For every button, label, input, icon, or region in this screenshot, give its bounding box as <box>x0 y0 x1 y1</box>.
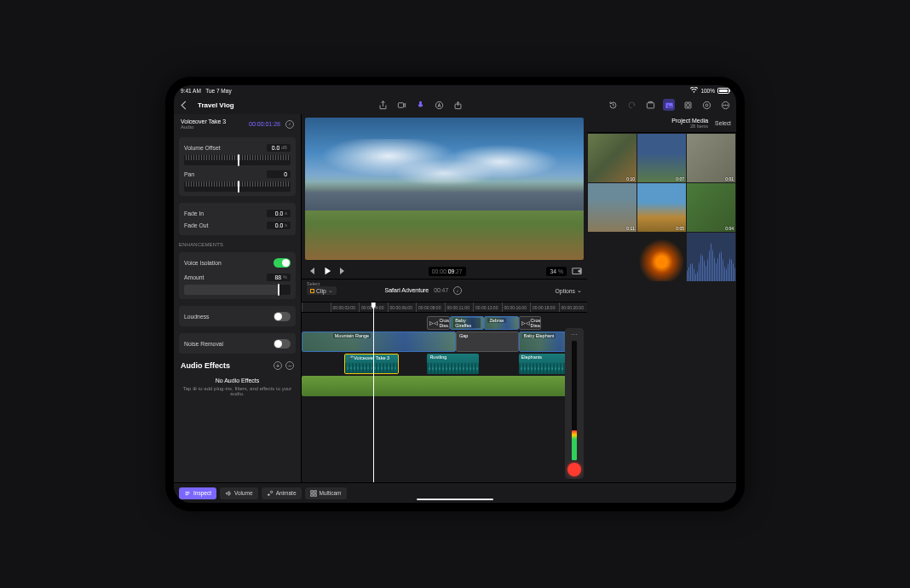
media-thumbnail[interactable]: 0:10 <box>588 134 636 182</box>
fade-out-field[interactable]: 0.0s <box>267 222 291 229</box>
svg-point-13 <box>725 105 726 106</box>
volume-section: Volume Offset 0.0 dB Pan 0 <box>179 137 296 196</box>
audio-effects-header: Audio Effects + − <box>174 357 301 374</box>
amount-slider[interactable] <box>184 285 291 295</box>
svg-point-2 <box>435 101 442 108</box>
volume-slider[interactable] <box>184 155 291 165</box>
media-thumbnail[interactable] <box>637 233 686 281</box>
volume-tab[interactable]: Volume <box>220 487 258 499</box>
redo-icon[interactable] <box>625 99 637 111</box>
noise-removal-section: Noise Removal <box>179 333 296 354</box>
media-thumbnail[interactable]: 0:04 <box>687 183 735 232</box>
record-panel: ⋯ <box>565 328 584 479</box>
no-effects-title: No Audio Effects <box>177 378 297 383</box>
timecode-display[interactable]: 00:00:09:27 <box>429 267 466 276</box>
media-thumbnail[interactable]: 0:11 <box>588 183 636 232</box>
loudness-toggle[interactable] <box>274 312 291 321</box>
zoom-field[interactable]: 34% <box>546 267 567 276</box>
share-icon[interactable] <box>377 99 389 111</box>
viewer <box>302 114 587 263</box>
remove-effect-button[interactable]: − <box>285 361 294 370</box>
record-button[interactable] <box>567 463 581 476</box>
track-voiceover[interactable]: 🎤Voiceover Take 3 Rustling Elephants <box>302 354 587 374</box>
screen: 9:41 AM Tue 7 May 100% Travel Vlog Voice… <box>174 85 736 503</box>
text-tool-icon[interactable] <box>433 99 445 111</box>
transition-clip[interactable]: ▷◁Cross Dissol… <box>519 316 542 330</box>
next-frame-button[interactable] <box>337 266 348 276</box>
viewer-options-icon[interactable] <box>572 266 582 276</box>
info-icon[interactable]: i <box>285 120 294 129</box>
transition-clip[interactable]: ▷◁Cross Diss… <box>427 316 450 330</box>
svg-rect-8 <box>686 103 688 106</box>
battery-pct: 100% <box>700 88 715 94</box>
audio-clip[interactable]: Rustling <box>427 354 478 374</box>
voiceover-icon[interactable] <box>414 99 426 111</box>
gap-clip[interactable]: Gap <box>456 331 519 352</box>
animate-tab[interactable]: Animate <box>262 487 302 499</box>
timeline[interactable]: 00:00:02:0000:00:04:0000:00:06:0000:00:0… <box>302 303 587 482</box>
volume-offset-label: Volume Offset <box>184 145 267 151</box>
media-thumbnail[interactable]: 0:01 <box>687 134 735 182</box>
fade-in-field[interactable]: 0.0s <box>267 210 291 217</box>
media-thumbnail[interactable]: 0:07 <box>637 134 686 182</box>
play-button[interactable] <box>322 266 332 276</box>
media-browser-icon[interactable] <box>663 99 675 111</box>
music-clip[interactable] <box>302 376 581 396</box>
track-music[interactable] <box>302 376 587 396</box>
clip-name: Voiceover Take 3 <box>181 118 226 124</box>
status-date: Tue 7 May <box>205 88 231 94</box>
voiceover-clip-selected[interactable]: 🎤Voiceover Take 3 <box>344 354 399 374</box>
timeline-ruler[interactable]: 00:00:02:0000:00:04:0000:00:06:0000:00:0… <box>302 303 587 313</box>
history-icon[interactable] <box>607 99 619 111</box>
video-clip[interactable]: Mountain Range <box>302 331 456 352</box>
content-library-icon[interactable] <box>682 99 694 111</box>
browser-title: Project Media <box>599 118 708 124</box>
amount-field[interactable]: 88% <box>267 274 291 281</box>
record-panel-more-icon[interactable]: ⋯ <box>571 331 578 338</box>
svg-rect-25 <box>310 490 312 492</box>
inspect-tab[interactable]: Inspect <box>179 487 216 499</box>
library-icon[interactable] <box>644 99 656 111</box>
video-clip[interactable]: Zebras <box>484 316 518 330</box>
fade-section: Fade In 0.0s Fade Out 0.0s <box>179 203 296 235</box>
more-icon[interactable] <box>719 99 731 111</box>
home-indicator[interactable] <box>417 499 493 501</box>
pan-slider[interactable] <box>184 182 291 192</box>
svg-point-10 <box>706 104 708 107</box>
timeline-project-name: Safari Adventure <box>385 287 429 293</box>
wifi-icon <box>690 87 698 94</box>
prev-frame-button[interactable] <box>307 266 317 276</box>
svg-rect-26 <box>314 490 315 492</box>
add-effect-button[interactable]: + <box>274 361 282 370</box>
camera-import-icon[interactable] <box>395 99 407 111</box>
media-thumbnail[interactable]: 0:05 <box>637 183 686 232</box>
audio-effects-title: Audio Effects <box>181 361 270 370</box>
device-bezel: 9:41 AM Tue 7 May 100% Travel Vlog Voice… <box>165 77 745 511</box>
back-button[interactable] <box>179 99 191 111</box>
noise-removal-toggle[interactable] <box>274 339 291 349</box>
voice-isolation-toggle[interactable] <box>274 258 291 268</box>
browser-select-button[interactable]: Select <box>715 120 731 126</box>
track-primary[interactable]: Mountain Range Gap Baby Elephant <box>302 331 587 352</box>
multicam-tab[interactable]: Multicam <box>305 487 347 499</box>
options-button[interactable]: Options⌄ <box>556 287 582 294</box>
playhead[interactable] <box>373 303 374 482</box>
svg-point-9 <box>703 101 710 108</box>
volume-offset-field[interactable]: 0.0 dB <box>267 144 291 152</box>
soundtracks-icon[interactable] <box>700 99 712 111</box>
pan-label: Pan <box>184 171 267 177</box>
clip-tag[interactable]: Clip ⌄ <box>307 286 337 295</box>
video-clip[interactable]: Baby Giraffes <box>450 316 484 330</box>
svg-point-12 <box>723 105 723 106</box>
track-connected-top[interactable]: ▷◁Cross Diss… Baby Giraffes Zebras ▷◁Cro… <box>302 316 587 330</box>
media-thumbnail[interactable] <box>588 233 636 281</box>
fade-out-label: Fade Out <box>184 222 267 228</box>
timeline-info-icon[interactable]: i <box>453 286 462 295</box>
clip-type: Audio <box>181 124 226 130</box>
svg-rect-28 <box>314 493 315 495</box>
browser-header: Project Media 28 Items Select <box>587 114 736 133</box>
export-icon[interactable] <box>452 99 464 111</box>
viewer-canvas[interactable] <box>305 118 584 260</box>
media-thumbnail[interactable] <box>687 233 735 281</box>
pan-field[interactable]: 0 <box>267 170 291 178</box>
